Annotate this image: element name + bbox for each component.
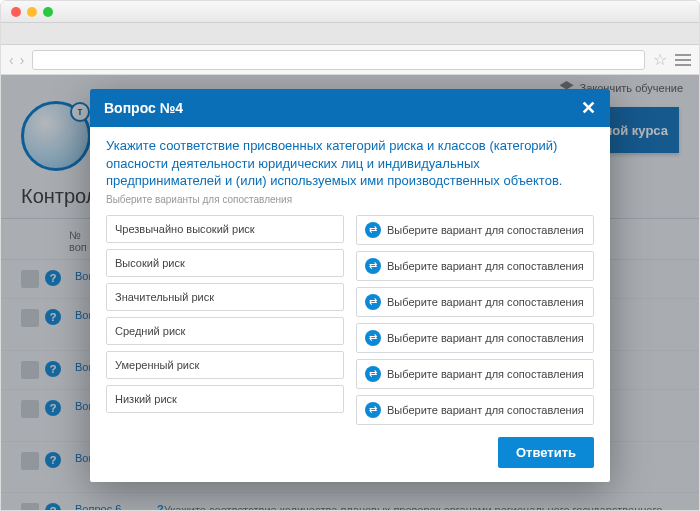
modal-header: Вопрос №4 ✕ — [90, 89, 610, 127]
match-right-placeholder: Выберите вариант для сопоставления — [387, 260, 584, 272]
swap-arrows-icon: ⇄ — [365, 330, 381, 346]
matching-grid: Чрезвычайно высокий рискВысокий рискЗнач… — [106, 215, 594, 425]
bookmark-icon[interactable]: ☆ — [653, 50, 667, 69]
swap-arrows-icon: ⇄ — [365, 222, 381, 238]
match-right-placeholder: Выберите вариант для сопоставления — [387, 404, 584, 416]
nav-back-icon[interactable]: ‹ — [9, 52, 14, 68]
hamburger-menu-icon[interactable] — [675, 54, 691, 66]
nav-forward-icon[interactable]: › — [20, 52, 25, 68]
swap-arrows-icon: ⇄ — [365, 294, 381, 310]
answer-button[interactable]: Ответить — [498, 437, 594, 468]
match-right-column: ⇄Выберите вариант для сопоставления⇄Выбе… — [356, 215, 594, 425]
modal-title: Вопрос №4 — [104, 100, 183, 116]
window-close-icon[interactable] — [11, 7, 21, 17]
swap-arrows-icon: ⇄ — [365, 366, 381, 382]
match-right-placeholder: Выберите вариант для сопоставления — [387, 224, 584, 236]
match-right-select[interactable]: ⇄Выберите вариант для сопоставления — [356, 395, 594, 425]
swap-arrows-icon: ⇄ — [365, 402, 381, 418]
browser-window: ‹ › ☆ Закончить обучение Л Работа с темо… — [0, 0, 700, 511]
modal-hint-text: Выберите варианты для сопоставления — [106, 194, 594, 205]
match-left-item[interactable]: Чрезвычайно высокий риск — [106, 215, 344, 243]
match-right-placeholder: Выберите вариант для сопоставления — [387, 368, 584, 380]
match-left-column: Чрезвычайно высокий рискВысокий рискЗнач… — [106, 215, 344, 425]
match-left-item[interactable]: Значительный риск — [106, 283, 344, 311]
modal-overlay: Вопрос №4 ✕ Укажите соответствие присвое… — [1, 75, 699, 511]
browser-toolbar: ‹ › ☆ — [1, 45, 699, 75]
match-right-placeholder: Выберите вариант для сопоставления — [387, 296, 584, 308]
browser-tabs — [1, 23, 699, 45]
window-maximize-icon[interactable] — [43, 7, 53, 17]
modal-question-text: Укажите соответствие присвоенных категор… — [106, 137, 594, 190]
match-right-select[interactable]: ⇄Выберите вариант для сопоставления — [356, 287, 594, 317]
close-icon[interactable]: ✕ — [581, 97, 596, 119]
match-left-item[interactable]: Низкий риск — [106, 385, 344, 413]
match-right-select[interactable]: ⇄Выберите вариант для сопоставления — [356, 251, 594, 281]
match-left-item[interactable]: Средний риск — [106, 317, 344, 345]
url-input[interactable] — [32, 50, 645, 70]
match-right-select[interactable]: ⇄Выберите вариант для сопоставления — [356, 215, 594, 245]
match-right-select[interactable]: ⇄Выберите вариант для сопоставления — [356, 359, 594, 389]
match-left-item[interactable]: Умеренный риск — [106, 351, 344, 379]
match-left-item[interactable]: Высокий риск — [106, 249, 344, 277]
question-modal: Вопрос №4 ✕ Укажите соответствие присвое… — [90, 89, 610, 482]
window-minimize-icon[interactable] — [27, 7, 37, 17]
match-right-placeholder: Выберите вариант для сопоставления — [387, 332, 584, 344]
page-content: Закончить обучение Л Работа с темой курс… — [1, 75, 699, 511]
match-right-select[interactable]: ⇄Выберите вариант для сопоставления — [356, 323, 594, 353]
swap-arrows-icon: ⇄ — [365, 258, 381, 274]
window-titlebar — [1, 1, 699, 23]
